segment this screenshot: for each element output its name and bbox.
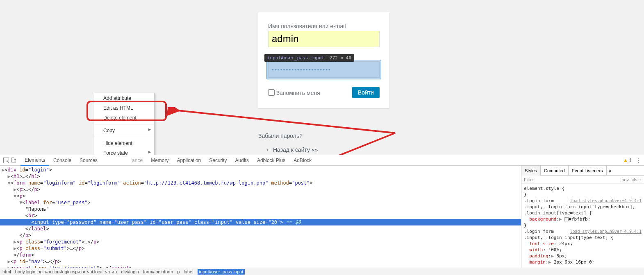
styles-panel: Styles Computed Event Listeners » Filter… — [521, 166, 644, 275]
styles-tab-styles[interactable]: Styles — [521, 166, 541, 176]
crumb[interactable]: p — [177, 269, 180, 274]
tab-elements[interactable]: Elements — [20, 155, 49, 166]
styles-hov-toggle[interactable]: :hov — [620, 177, 629, 182]
tab-memory[interactable]: Memory — [147, 155, 173, 166]
menu-hide-element[interactable]: Hide element — [94, 138, 154, 148]
dom-breadcrumb[interactable]: html body.login.login-action-login.wp-co… — [0, 268, 644, 275]
styles-add-rule-icon[interactable]: + — [639, 177, 642, 182]
inspect-dimensions: 272 × 40 — [327, 55, 351, 61]
menu-edit-as-html[interactable]: Edit as HTML — [94, 103, 154, 113]
inspect-tooltip: input#user_pass.input 272 × 40 — [264, 54, 354, 62]
forgot-password-link[interactable]: Забыли пароль? — [258, 133, 303, 139]
dom-selected-node: <input type="password" name="user_pass" … — [0, 219, 521, 225]
styles-tabs-more-icon[interactable]: » — [607, 168, 614, 173]
crumb[interactable]: div#login — [121, 269, 139, 274]
styles-cls-toggle[interactable]: .cls — [630, 177, 637, 182]
crumb[interactable]: label — [184, 269, 193, 274]
styles-filter-input[interactable]: Filter — [524, 177, 534, 182]
crumb[interactable]: form#loginform — [143, 269, 173, 274]
menu-separator — [94, 137, 154, 137]
crumb[interactable]: body.login.login-action-login.wp-core-ui… — [15, 269, 117, 274]
devtools-panel: ↖ Elements Console Sources Network ance … — [0, 155, 644, 275]
warnings-indicator[interactable]: ▲1 — [623, 157, 632, 163]
css-rules[interactable]: element.style { } load-styles.php…n&ver=… — [521, 184, 644, 275]
menu-separator — [94, 124, 154, 124]
menu-copy[interactable]: Copy — [94, 126, 154, 135]
menu-add-attribute[interactable]: Add attribute — [94, 93, 154, 103]
menu-delete-element[interactable]: Delete element — [94, 113, 154, 123]
tab-console[interactable]: Console — [49, 155, 75, 166]
device-toggle-icon[interactable] — [11, 158, 17, 163]
tab-adblock-plus[interactable]: Adblock Plus — [253, 155, 289, 166]
remember-checkbox[interactable] — [268, 89, 275, 96]
crumb-selected[interactable]: input#user_pass.input — [198, 269, 245, 275]
devtools-menu-icon[interactable]: ⋮ — [635, 158, 642, 163]
tab-audits[interactable]: Audits — [231, 155, 253, 166]
inspect-content-overlay — [266, 60, 381, 79]
styles-tab-event-listeners[interactable]: Event Listeners — [569, 166, 607, 176]
tab-security[interactable]: Security — [205, 155, 231, 166]
tab-application[interactable]: Application — [173, 155, 205, 166]
tab-sources[interactable]: Sources — [75, 155, 102, 166]
styles-tab-computed[interactable]: Computed — [541, 166, 569, 176]
devtools-tabs: ↖ Elements Console Sources Network ance … — [0, 155, 644, 166]
back-to-site-link[interactable]: ← Назад к сайту «» — [266, 147, 318, 153]
tab-performance[interactable]: ance — [128, 155, 147, 166]
remember-label: Запомнить меня — [276, 89, 320, 96]
tab-adblock[interactable]: AdBlock — [289, 155, 316, 166]
inspect-element-icon[interactable]: ↖ — [3, 158, 9, 163]
submit-button[interactable]: Войти — [352, 87, 380, 98]
username-label: Имя пользователя или e-mail — [268, 23, 380, 29]
username-input[interactable] — [268, 31, 380, 47]
crumb[interactable]: html — [2, 269, 11, 274]
dom-tree[interactable]: ▶<div id="login"> ▶<h1>…</h1> ▼<form nam… — [0, 166, 521, 275]
inspect-selector: input#user_pass.input — [267, 55, 324, 61]
